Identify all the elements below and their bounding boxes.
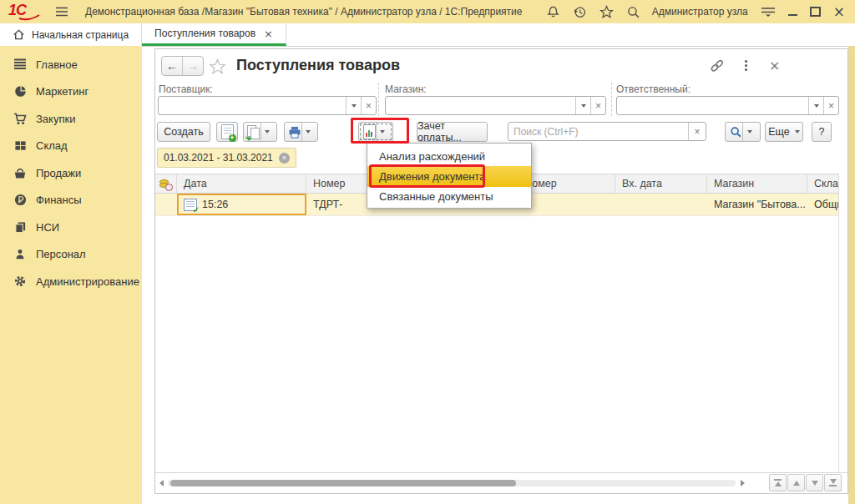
tab-home-label: Начальная страница: [32, 29, 129, 41]
supplier-filter-label: Поставщик:: [159, 83, 213, 95]
copy-document-button[interactable]: [243, 122, 277, 142]
more-menu-icon[interactable]: [745, 60, 747, 71]
store-dropdown-icon[interactable]: [575, 97, 590, 114]
minimize-button[interactable]: [788, 8, 797, 16]
responsible-dropdown-icon[interactable]: [808, 97, 823, 114]
supplier-dropdown-icon[interactable]: [346, 97, 361, 114]
bottom-scroll-row: [155, 472, 847, 492]
sidebar-item-finance[interactable]: Финансы: [0, 187, 142, 214]
row-store-cell[interactable]: Магазин "Бытова...: [707, 194, 807, 215]
column-payment-status[interactable]: [155, 174, 177, 193]
pallet-icon: [13, 139, 28, 153]
forward-button[interactable]: →: [183, 57, 203, 75]
scroll-left-icon[interactable]: [159, 480, 164, 486]
column-date[interactable]: Дата ↓: [177, 174, 306, 193]
more-button[interactable]: Еще: [765, 122, 803, 142]
sidebar-item-purchases[interactable]: Закупки: [0, 105, 142, 133]
supplier-clear-icon[interactable]: ×: [361, 97, 376, 114]
row-incoming-date-cell[interactable]: [615, 194, 707, 215]
menu-item-discrepancy-analysis[interactable]: Анализ расхождений: [367, 146, 531, 166]
maximize-button[interactable]: [810, 7, 821, 17]
row-warehouse-cell[interactable]: Общи: [807, 194, 838, 215]
column-incoming-date[interactable]: Вх. дата: [615, 174, 707, 193]
global-search-icon[interactable]: [626, 5, 640, 19]
right-edge-strip: [848, 46, 855, 504]
sidebar-item-sales[interactable]: Продажи: [0, 159, 142, 187]
sidebar-item-administration[interactable]: Администрирование: [0, 268, 142, 295]
1c-enterprise-window: 1С Демонстрационная база /Магазин "Бытов…: [0, 0, 855, 504]
help-button[interactable]: ?: [812, 122, 832, 142]
vertical-scrollbar[interactable]: [838, 174, 847, 472]
row-status-cell[interactable]: [155, 194, 177, 215]
add-favorite-star-icon[interactable]: [209, 58, 226, 75]
search-clear-icon[interactable]: ×: [688, 123, 706, 140]
print-button[interactable]: [284, 122, 318, 142]
notifications-bell-icon[interactable]: [546, 5, 560, 19]
ruble-icon: [13, 194, 28, 207]
history-nav-group: ← →: [161, 56, 204, 76]
pie-chart-icon: [13, 85, 28, 98]
tab-home[interactable]: Начальная страница: [0, 23, 142, 46]
search-field: ×: [508, 122, 706, 141]
payment-offset-button[interactable]: Зачет оплаты...: [417, 122, 488, 142]
sidebar-item-marketing[interactable]: Маркетинг: [0, 78, 142, 106]
tab-close-icon[interactable]: ×: [264, 28, 273, 39]
copy-document-icon: [247, 125, 261, 139]
sidebar-item-warehouse[interactable]: Склад: [0, 133, 142, 160]
panel-close-button[interactable]: ×: [769, 58, 780, 73]
responsible-clear-icon[interactable]: ×: [823, 97, 838, 114]
create-button[interactable]: Создать: [157, 122, 210, 142]
horizontal-scrollbar-thumb[interactable]: [170, 480, 516, 486]
sidebar-item-personnel[interactable]: Персонал: [0, 241, 142, 269]
history-icon[interactable]: [573, 5, 587, 19]
horizontal-scrollbar-track[interactable]: [168, 480, 736, 486]
top-bar: 1С Демонстрационная база /Магазин "Бытов…: [0, 0, 855, 23]
print-dropdown-icon[interactable]: [301, 123, 315, 141]
go-last-button[interactable]: [824, 474, 842, 491]
responsible-filter-combo[interactable]: ×: [616, 96, 839, 115]
tab-goods-receipts-label: Поступления товаров: [154, 28, 255, 39]
period-remove-icon[interactable]: ×: [279, 153, 290, 164]
copy-dropdown-icon[interactable]: [261, 123, 274, 141]
column-warehouse[interactable]: Склад: [807, 174, 838, 193]
window-title: Демонстрационная база /Магазин "Бытовая …: [85, 6, 523, 18]
store-filter-combo[interactable]: ×: [385, 96, 606, 115]
favorites-star-icon[interactable]: [600, 5, 614, 19]
back-button[interactable]: ←: [162, 57, 183, 75]
tab-bar: Начальная страница Поступления товаров ×: [0, 23, 855, 47]
go-next-button[interactable]: [806, 474, 823, 491]
row-date-cell[interactable]: ✓ 15:26: [177, 194, 306, 215]
current-user[interactable]: Администратор узла: [652, 6, 748, 18]
go-previous-button[interactable]: [787, 474, 805, 491]
store-clear-icon[interactable]: ×: [590, 97, 605, 114]
sidebar-item-main[interactable]: Главное: [0, 51, 142, 78]
search-dropdown-icon[interactable]: [742, 123, 756, 141]
new-document-icon: +: [221, 124, 234, 139]
scroll-right-icon[interactable]: [741, 480, 745, 486]
new-document-button[interactable]: +: [216, 122, 238, 142]
basket-icon: [13, 166, 28, 179]
get-link-icon[interactable]: [709, 58, 726, 73]
store-filter-label: Магазин:: [385, 83, 427, 95]
search-input[interactable]: [508, 123, 688, 140]
menu-item-document-movements[interactable]: Движения документа: [367, 166, 531, 186]
reports-dropdown-menu: Анализ расхождений Движения документа Св…: [367, 143, 532, 209]
menu-item-related-documents[interactable]: Связанные документы: [367, 187, 531, 207]
supplier-filter-combo[interactable]: ×: [158, 96, 377, 115]
service-settings-icon[interactable]: [761, 6, 776, 18]
period-filter-chip[interactable]: 01.03.2021 - 31.03.2021 ×: [157, 148, 296, 168]
sidebar-item-nsi[interactable]: НСИ: [0, 214, 142, 241]
page-title: Поступления товаров: [236, 57, 400, 74]
advanced-search-button[interactable]: [725, 122, 761, 142]
reports-button[interactable]: [358, 122, 393, 142]
person-icon: [13, 248, 28, 261]
window-close-button[interactable]: ×: [833, 5, 848, 19]
reports-dropdown-icon[interactable]: [376, 123, 389, 141]
go-first-button[interactable]: [769, 474, 787, 491]
column-store[interactable]: Магазин: [707, 174, 807, 193]
tab-goods-receipts[interactable]: Поступления товаров ×: [142, 23, 286, 46]
sections-sidebar: Главное Маркетинг Закупки Склад Продажи …: [0, 46, 142, 504]
main-menu-icon[interactable]: [55, 7, 68, 17]
payment-status-icon: [159, 178, 172, 190]
search-magnifier-icon: [730, 126, 742, 139]
